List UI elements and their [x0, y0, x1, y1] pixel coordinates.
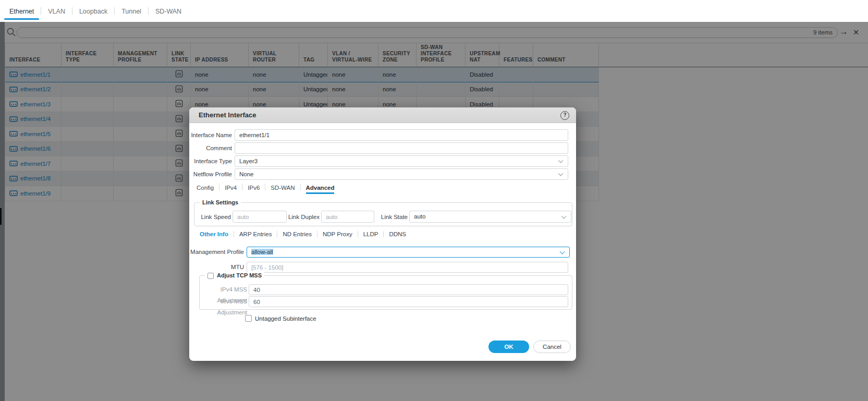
dialog-tab-ipv4[interactable]: IPv4: [225, 185, 237, 194]
tab-separator: [114, 7, 115, 15]
tab-separator: [358, 231, 358, 237]
comment-label: Comment: [189, 142, 232, 154]
link-duplex-label: Link Duplex: [287, 211, 320, 223]
interface-name-field[interactable]: [235, 129, 568, 141]
dialog-tab-config[interactable]: Config: [197, 185, 214, 194]
link-speed-label: Link Speed: [194, 211, 231, 223]
subtab-nd-entries[interactable]: ND Entries: [283, 231, 312, 237]
untagged-subinterface-label: Untagged Subinterface: [255, 315, 316, 322]
ethernet-interface-dialog: Ethernet Interface ? Interface Name Comm…: [189, 107, 576, 361]
management-profile-value: allow-all: [251, 249, 273, 255]
help-icon[interactable]: ?: [560, 111, 569, 120]
link-speed-field[interactable]: [233, 211, 287, 223]
ipv6-mss-label: IPv6 MSS Adjustment: [189, 296, 247, 318]
interface-name-label: Interface Name: [189, 129, 232, 141]
mtu-label: MTU: [189, 262, 244, 273]
interface-type-value: Layer3: [239, 158, 258, 164]
netflow-profile-value: None: [239, 171, 254, 177]
tab-tunnel-label: Tunnel: [121, 8, 141, 15]
dialog-tabbar: Config IPv4 IPv6 SD-WAN Advanced: [197, 184, 334, 194]
ok-button[interactable]: OK: [488, 341, 529, 353]
tab-tunnel[interactable]: Tunnel: [121, 1, 141, 21]
tab-separator: [72, 7, 72, 15]
tab-ethernet[interactable]: Ethernet: [9, 1, 34, 21]
link-state-label: Link State: [373, 211, 408, 223]
tab-separator: [277, 231, 277, 237]
ipv6-mss-field[interactable]: [249, 296, 568, 307]
subtab-ddns[interactable]: DDNS: [389, 231, 406, 237]
tab-sdwan-label: SD-WAN: [155, 8, 181, 15]
interface-type-select[interactable]: Layer3: [235, 155, 568, 167]
tab-separator: [234, 231, 234, 237]
dialog-tab-ipv6[interactable]: IPv6: [248, 185, 260, 194]
tab-loopback-label: Loopback: [79, 8, 107, 15]
dialog-title: Ethernet Interface: [199, 107, 256, 123]
comment-field[interactable]: [235, 142, 568, 154]
interface-type-label: Interface Type: [189, 155, 232, 167]
chevron-down-icon: [558, 158, 564, 163]
subtab-other-info[interactable]: Other Info: [200, 231, 228, 237]
tab-separator: [219, 184, 219, 190]
tab-separator: [300, 184, 301, 190]
tab-loopback[interactable]: Loopback: [79, 1, 107, 21]
tab-sdwan[interactable]: SD-WAN: [155, 1, 181, 21]
netflow-profile-select[interactable]: None: [235, 168, 568, 180]
untagged-subinterface-checkbox[interactable]: [245, 315, 252, 322]
cancel-button[interactable]: Cancel: [533, 341, 571, 353]
tab-ethernet-label: Ethernet: [9, 8, 34, 15]
tab-separator: [242, 184, 242, 190]
dialog-titlebar: Ethernet Interface ?: [189, 107, 576, 123]
tab-vlan[interactable]: VLAN: [48, 1, 65, 21]
dialog-tab-advanced[interactable]: Advanced: [306, 185, 335, 194]
adjust-tcp-mss-checkbox[interactable]: [207, 273, 214, 279]
link-state-select[interactable]: auto: [409, 211, 571, 223]
dialog-tab-sdwan[interactable]: SD-WAN: [271, 185, 295, 194]
netflow-profile-label: Netflow Profile: [189, 168, 232, 180]
tab-separator: [317, 231, 317, 237]
management-profile-select[interactable]: allow-all: [247, 247, 570, 258]
advanced-subtabs: Other Info ARP Entries ND Entries NDP Pr…: [200, 231, 406, 237]
tab-separator: [265, 184, 265, 190]
interface-type-tabbar: Ethernet VLAN Loopback Tunnel SD-WAN: [0, 0, 868, 22]
tab-separator: [383, 231, 384, 237]
link-duplex-field[interactable]: [321, 211, 374, 223]
chevron-down-icon: [561, 213, 567, 218]
ipv4-mss-field[interactable]: [249, 284, 568, 295]
tab-separator: [148, 7, 149, 15]
subtab-lldp[interactable]: LLDP: [363, 231, 378, 237]
adjust-tcp-mss-legend: Adjust TCP MSS: [205, 272, 264, 279]
subtab-ndp-proxy[interactable]: NDP Proxy: [323, 231, 352, 237]
mtu-field[interactable]: [247, 262, 568, 273]
link-settings-legend: Link Settings: [200, 199, 241, 206]
subtab-arp-entries[interactable]: ARP Entries: [239, 231, 272, 237]
tab-vlan-label: VLAN: [48, 8, 65, 15]
chevron-down-icon: [560, 249, 565, 254]
link-state-value: auto: [414, 213, 425, 220]
management-profile-label: Management Profile: [189, 247, 244, 258]
adjust-tcp-mss-label: Adjust TCP MSS: [217, 272, 262, 279]
tab-separator: [41, 7, 41, 15]
chevron-down-icon: [558, 171, 564, 176]
ethernet-interfaces-page: Ethernet VLAN Loopback Tunnel SD-WAN 9 i…: [0, 0, 868, 401]
